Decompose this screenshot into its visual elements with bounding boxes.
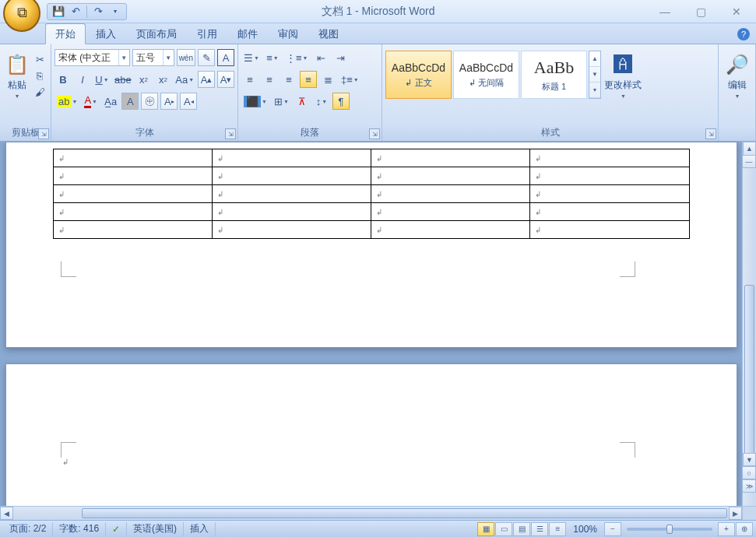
shading-button[interactable]: ⬛▼ [241,93,269,110]
gallery-scrollbar[interactable]: ▲ ▼ ▾ [589,51,601,99]
hscroll-thumb[interactable] [82,508,727,518]
tab-review[interactable]: 审阅 [268,23,308,44]
font-shrink2-button[interactable]: A◂ [180,93,197,110]
cut-icon[interactable]: ✂ [32,52,47,66]
font-grow2-button[interactable]: A▸ [160,93,178,110]
style-normal[interactable]: AaBbCcDd ↲ 正文 [385,51,452,99]
zoom-value[interactable]: 100% [567,522,603,536]
align-right-button[interactable]: ≡ [280,71,297,88]
grow-font-button[interactable]: A▴ [198,71,215,88]
zoom-slider[interactable] [627,528,712,531]
styles-launcher[interactable]: ⇲ [705,128,716,139]
highlight-button[interactable]: ab▼ [55,93,79,110]
gallery-down-icon[interactable]: ▼ [589,67,600,82]
view-draft[interactable]: ≡ [549,522,566,536]
status-words[interactable]: 字数: 416 [53,522,106,536]
table-row[interactable]: ↲↲↲↲ [53,185,689,203]
sort-button[interactable]: ⊼ [294,93,311,110]
italic-button[interactable]: I [74,71,91,88]
numbering-button[interactable]: ≡▼ [264,49,281,66]
horizontal-scrollbar[interactable]: ◀ ▶ [0,506,742,520]
undo-icon[interactable]: ↶ [68,5,83,19]
status-page[interactable]: 页面: 2/2 [3,522,53,536]
tab-home[interactable]: 开始 [45,23,86,44]
redo-icon[interactable]: ↷ [90,5,106,19]
minimize-button[interactable]: — [655,5,675,19]
line-spacing-button[interactable]: ‡≡▼ [339,71,361,88]
font-launcher[interactable]: ⇲ [225,128,236,139]
bullets-button[interactable]: ☰▼ [241,49,262,66]
char-border-icon[interactable]: A [217,49,234,66]
subscript-button[interactable]: x2 [135,71,153,88]
scroll-left-icon[interactable]: ◀ [0,507,13,520]
browse-object-icon[interactable]: ○ [742,466,756,479]
char-shading-button[interactable]: A [121,93,139,110]
paragraph-launcher[interactable]: ⇲ [369,128,380,139]
align-left-button[interactable]: ≡ [241,71,258,88]
tab-view[interactable]: 视图 [308,23,349,44]
indent-dec-button[interactable]: ⇤ [312,49,329,66]
tab-references[interactable]: 引用 [187,23,227,44]
scroll-down-icon[interactable]: ▼ [743,453,756,466]
scroll-up-icon[interactable]: ▲ [743,142,756,155]
align-justify-button[interactable]: ≡ [300,71,317,88]
format-painter-icon[interactable]: 🖌 [32,85,47,99]
close-button[interactable]: ✕ [726,5,747,19]
zoom-handle[interactable] [666,525,673,534]
page-2[interactable]: ↲ [5,363,737,506]
view-outline[interactable]: ☰ [531,522,548,536]
maximize-button[interactable]: ▢ [691,5,711,19]
status-mode[interactable]: 插入 [184,522,216,536]
scroll-right-icon[interactable]: ▶ [729,507,742,520]
enclose-char-button[interactable]: ㊥ [141,93,158,110]
font-family-combo[interactable]: 宋体 (中文正 ▼ [55,49,130,66]
table-row[interactable]: ↲↲↲↲ [53,203,689,221]
table-row[interactable]: ↲↲↲↲ [53,149,689,167]
show-marks-button[interactable]: ¶ [332,93,350,110]
help-icon[interactable]: ? [737,28,750,40]
zoom-in-button[interactable]: + [718,522,735,536]
view-web[interactable]: ▤ [513,522,530,536]
zoom-out-button[interactable]: − [604,522,621,536]
borders-button[interactable]: ⊞▼ [272,93,291,110]
font-size-combo[interactable]: 五号 ▼ [132,49,174,66]
qat-customize-icon[interactable]: ▾ [107,5,123,19]
change-styles-button[interactable]: 🅰 更改样式 ▼ [603,49,643,99]
align-center-button[interactable]: ≡ [261,71,278,88]
clipboard-launcher[interactable]: ⇲ [38,128,49,139]
save-icon[interactable]: 💾 [51,5,66,19]
style-heading1[interactable]: AaBb 标题 1 [521,51,587,99]
editing-button[interactable]: 🔎 编辑 ▼ [722,49,752,99]
gallery-up-icon[interactable]: ▲ [589,51,600,67]
document-table[interactable]: ↲↲↲↲ ↲↲↲↲ ↲↲↲↲ ↲↲↲↲ ↲↲↲↲ [53,149,690,239]
view-full-screen[interactable]: ▭ [495,522,512,536]
view-print-layout[interactable]: ▦ [477,522,494,536]
font-color-button[interactable]: A▼ [82,93,100,110]
bold-button[interactable]: B [55,71,72,88]
status-language[interactable]: 英语(美国) [127,522,184,536]
table-row[interactable]: ↲↲↲↲ [53,221,689,239]
status-proof[interactable]: ✓ [106,522,127,536]
char-scale-button[interactable]: A̲a [102,93,119,110]
page-1[interactable]: ↲↲↲↲ ↲↲↲↲ ↲↲↲↲ ↲↲↲↲ ↲↲↲↲ [5,142,737,348]
vscroll-thumb[interactable] [744,285,754,472]
split-icon[interactable]: — [742,155,756,168]
tab-layout[interactable]: 页面布局 [126,23,187,44]
tab-insert[interactable]: 插入 [86,23,126,44]
text-dir-button[interactable]: ↕▼ [313,93,330,110]
copy-icon[interactable]: ⎘ [32,68,47,82]
strike-button[interactable]: abe [113,71,133,88]
zoom-fit-button[interactable]: ⊕ [736,522,753,536]
document-viewport[interactable]: ↲↲↲↲ ↲↲↲↲ ↲↲↲↲ ↲↲↲↲ ↲↲↲↲ ↲ [0,142,742,506]
vscroll-track[interactable] [743,168,756,453]
style-nospacing[interactable]: AaBbCcDd ↲ 无间隔 [453,51,519,99]
phonetic-guide-icon[interactable]: wén [177,49,195,66]
vertical-scrollbar[interactable]: ▲ — ≪ ○ ≫ ▼ [742,142,756,506]
next-page-icon[interactable]: ≫ [742,479,756,493]
clear-format-icon[interactable]: ✎ [198,49,215,66]
hscroll-track[interactable] [13,507,729,520]
superscript-button[interactable]: x2 [155,71,172,88]
underline-button[interactable]: U▼ [93,71,111,88]
table-row[interactable]: ↲↲↲↲ [53,167,689,185]
tab-mailings[interactable]: 邮件 [227,23,268,44]
